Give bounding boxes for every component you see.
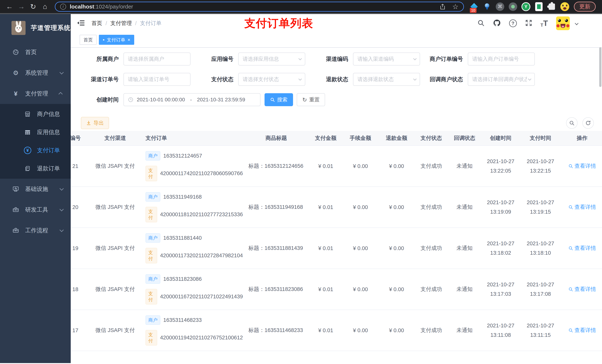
extension-doc-icon[interactable] bbox=[534, 2, 544, 11]
pay-tag: 支付 bbox=[146, 289, 157, 304]
merchant-tag: 商户 bbox=[146, 192, 160, 202]
font-size-icon[interactable]: TT bbox=[540, 19, 548, 28]
chevron-down-icon bbox=[60, 70, 64, 74]
refund-status-select[interactable] bbox=[353, 73, 420, 86]
sidebar-item-pay-order[interactable]: ¥ 支付订单 bbox=[0, 141, 71, 159]
sidebar-item-label: 基础设施 bbox=[25, 185, 48, 193]
extension-diamond-icon[interactable]: 10 bbox=[469, 2, 479, 11]
extension-badge: 10 bbox=[470, 8, 476, 13]
github-icon[interactable] bbox=[493, 19, 501, 28]
share-icon[interactable] bbox=[439, 3, 446, 10]
table-grid-icon bbox=[23, 129, 32, 135]
sidebar-item-system[interactable]: ⚙ 系统管理 bbox=[0, 62, 71, 83]
cell-fee-amount: ¥ 0.00 bbox=[353, 327, 368, 333]
sidebar-item-merchant-info[interactable]: 商户信息 bbox=[0, 105, 71, 123]
user-avatar[interactable] bbox=[556, 16, 570, 30]
cell-pay-amount: ¥ 0.01 bbox=[318, 163, 333, 169]
avatar-caret-icon[interactable] bbox=[575, 21, 579, 25]
date-end: 2021-10-31 23:59:59 bbox=[197, 97, 245, 103]
cell-fee-amount: ¥ 0.00 bbox=[353, 163, 368, 169]
pay-status-select[interactable] bbox=[238, 73, 305, 86]
fullscreen-icon[interactable] bbox=[525, 19, 532, 27]
sidebar-item-workflow[interactable]: 工作流程 bbox=[0, 220, 71, 241]
extension-cmd-icon[interactable]: ⌘ bbox=[495, 2, 505, 11]
cell-pay-status: 支付成功 bbox=[420, 245, 442, 252]
view-detail-link[interactable]: 查看详情 bbox=[568, 162, 596, 170]
refresh-table-button[interactable] bbox=[582, 117, 594, 129]
refresh-icon: ↻ bbox=[302, 96, 307, 103]
chevron-down-icon bbox=[413, 77, 417, 81]
forward-icon[interactable]: → bbox=[16, 1, 27, 12]
page-scrollbar[interactable] bbox=[599, 47, 602, 87]
app-logo-row[interactable]: 芋道管理系统 bbox=[0, 14, 71, 42]
view-detail-link[interactable]: 查看详情 bbox=[568, 327, 596, 334]
search-button[interactable]: 搜索 bbox=[265, 93, 293, 106]
sidebar-item-label: 支付订单 bbox=[37, 146, 60, 154]
app-id-select[interactable] bbox=[238, 52, 305, 65]
filter-callback-status: 回调商户状态 bbox=[425, 73, 540, 86]
site-info-icon[interactable]: i bbox=[60, 4, 66, 10]
breadcrumb-home[interactable]: 首页 bbox=[91, 20, 102, 27]
reset-button[interactable]: ↻ 重置 bbox=[297, 93, 325, 106]
address-bar[interactable]: i localhost:1024/pay/order ☆ bbox=[55, 2, 464, 12]
view-detail-link[interactable]: 查看详情 bbox=[568, 203, 596, 211]
channel-order-no-input[interactable] bbox=[123, 73, 191, 86]
browser-update-button[interactable]: 更新 bbox=[574, 2, 596, 12]
sidebar-fold-icon[interactable] bbox=[77, 20, 85, 27]
cell-order: 商户1635311949168 支付4200001181202110277723… bbox=[139, 192, 243, 222]
sidebar-item-dev-tools[interactable]: 研发工具 bbox=[0, 199, 71, 220]
logo-rabbit-image bbox=[11, 21, 26, 35]
sidebar-item-refund-order[interactable]: 退款订单 bbox=[0, 159, 71, 177]
app-title: 芋道管理系统 bbox=[31, 24, 71, 32]
sidebar-item-app-info[interactable]: 应用信息 bbox=[0, 123, 71, 141]
sidebar-item-label: 工作流程 bbox=[25, 227, 48, 234]
chevron-down-icon bbox=[60, 187, 64, 191]
url-host: localhost bbox=[70, 3, 94, 10]
pay-tag: 支付 bbox=[146, 166, 157, 181]
search-icon[interactable] bbox=[477, 19, 485, 27]
callback-status-select[interactable] bbox=[468, 73, 535, 86]
tab-home[interactable]: 首页 bbox=[80, 35, 97, 45]
sidebar-item-label: 支付管理 bbox=[25, 90, 48, 97]
sidebar-item-payment[interactable]: ¥ 支付管理 bbox=[0, 83, 71, 104]
cell-pay-status: 支付成功 bbox=[420, 286, 442, 293]
breadcrumb-payment[interactable]: 支付管理 bbox=[110, 20, 132, 27]
tab-pay-order[interactable]: ● 支付订单 × bbox=[99, 35, 134, 45]
view-detail-link[interactable]: 查看详情 bbox=[568, 245, 596, 252]
chevron-down-icon bbox=[60, 228, 64, 232]
search-icon bbox=[568, 287, 573, 292]
channel-code-select[interactable] bbox=[353, 52, 420, 65]
chevron-down-icon bbox=[298, 57, 302, 60]
search-icon bbox=[568, 205, 573, 209]
cell-pay-status: 支付成功 bbox=[420, 162, 442, 170]
merchant-tag: 商户 bbox=[146, 315, 160, 325]
view-detail-link[interactable]: 查看详情 bbox=[568, 286, 596, 293]
reload-icon[interactable]: ↻ bbox=[28, 1, 39, 12]
cell-channel: 微信 JSAPI 支付 bbox=[96, 203, 135, 211]
extensions-puzzle-icon[interactable] bbox=[547, 2, 557, 11]
bookmark-star-icon[interactable]: ☆ bbox=[452, 3, 459, 11]
search-icon bbox=[270, 97, 275, 102]
export-button[interactable]: 导出 bbox=[81, 117, 109, 129]
help-icon[interactable]: ? bbox=[509, 20, 517, 27]
merchant-order-no-input[interactable] bbox=[468, 52, 535, 65]
home-icon[interactable]: ⌂ bbox=[40, 1, 50, 12]
merchant-input[interactable] bbox=[123, 52, 191, 65]
close-icon[interactable]: × bbox=[128, 37, 130, 42]
date-range-input[interactable]: 2021-10-01 00:00:00 - 2021-10-31 23:59:5… bbox=[123, 93, 260, 106]
filter-pay-status: 支付状态 bbox=[196, 73, 311, 86]
sidebar-item-home[interactable]: 首页 bbox=[0, 42, 71, 62]
back-icon[interactable]: ← bbox=[4, 1, 15, 12]
extension-y-icon[interactable]: Y bbox=[521, 2, 531, 11]
cell-pay-amount: ¥ 0.01 bbox=[318, 204, 333, 210]
date-start: 2021-10-01 00:00:00 bbox=[137, 97, 185, 103]
browser-menu-icon[interactable]: ⋮ bbox=[599, 3, 602, 11]
merchant-tag: 商户 bbox=[146, 233, 160, 243]
extension-pin-icon[interactable] bbox=[483, 2, 492, 11]
cell-pay-amount: ¥ 0.01 bbox=[318, 327, 333, 333]
profile-avatar[interactable] bbox=[560, 2, 570, 11]
cell-pay-status: 支付成功 bbox=[420, 327, 442, 334]
toggle-search-button[interactable] bbox=[566, 117, 578, 129]
sidebar-item-infrastructure[interactable]: 基础设施 bbox=[0, 179, 71, 199]
extension-dot-icon[interactable] bbox=[508, 2, 517, 11]
